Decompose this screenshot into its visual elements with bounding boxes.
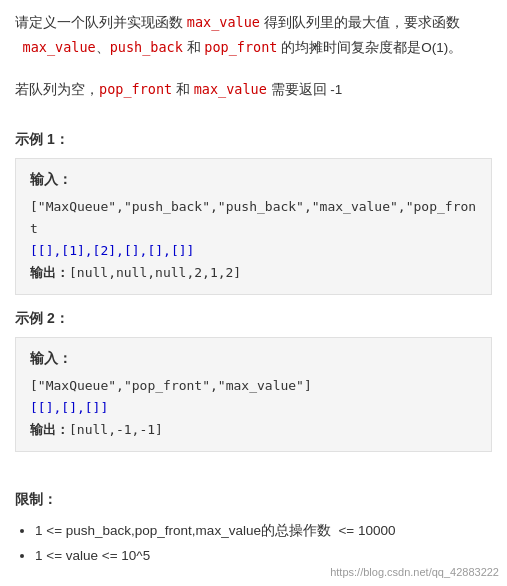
desc-text-5: 需要返回 -1	[267, 82, 343, 97]
desc-text-1: 请定义一个队列并实现函数	[15, 15, 187, 30]
example1-output-line: 输出：[null,null,null,2,1,2]	[30, 262, 477, 284]
example2-output-line: 输出：[null,-1,-1]	[30, 419, 477, 441]
example1-input-label: 输入：	[30, 169, 477, 192]
desc-text-2: 得到队列里的最大值，要求函数	[260, 15, 460, 30]
spacer-4	[15, 472, 492, 480]
desc-code-max_value3: max_value	[194, 81, 267, 97]
desc-indent	[15, 40, 23, 55]
example2-input-label: 输入：	[30, 348, 477, 371]
spacer-2	[15, 110, 492, 118]
example1-code-line1: ["MaxQueue","push_back","push_back","max…	[30, 196, 477, 240]
example2-output-label: 输出：	[30, 422, 69, 437]
spacer-3	[15, 464, 492, 472]
limit-item-1-text: 1 <= push_back,pop_front,max_value的总操作数 …	[35, 523, 395, 538]
watermark: https://blog.csdn.net/qq_42883222	[330, 563, 499, 582]
desc-code-max_value2: max_value	[23, 39, 96, 55]
desc-sep2: 和	[183, 40, 205, 55]
description-line2: 若队列为空，pop_front 和 max_value 需要返回 -1	[15, 77, 492, 102]
example2-output-value: [null,-1,-1]	[69, 422, 163, 437]
list-item-1: 1 <= push_back,pop_front,max_value的总操作数 …	[35, 518, 492, 544]
example2-title: 示例 2：	[15, 307, 492, 331]
desc-code-max_value: max_value	[187, 14, 260, 30]
desc-sep1: 、	[96, 40, 110, 55]
example1-title: 示例 1：	[15, 128, 492, 152]
desc-code-push_back: push_back	[110, 39, 183, 55]
example1-box: 输入： ["MaxQueue","push_back","push_back",…	[15, 158, 492, 295]
desc-code-pop_front: pop_front	[204, 39, 277, 55]
limit-list: 1 <= push_back,pop_front,max_value的总操作数 …	[15, 518, 492, 569]
limit-title: 限制：	[15, 488, 492, 512]
example1-output-value: [null,null,null,2,1,2]	[69, 265, 241, 280]
desc-code-pop_front2: pop_front	[99, 81, 172, 97]
example2-box: 输入： ["MaxQueue","pop_front","max_value"]…	[15, 337, 492, 452]
example2-code-line1: ["MaxQueue","pop_front","max_value"]	[30, 375, 477, 397]
example1-output-label: 输出：	[30, 265, 69, 280]
example2-code-line2: [[],[],[]]	[30, 397, 477, 419]
desc-text-3: 的均摊时间复杂度都是O(1)。	[278, 40, 463, 55]
desc-sep3: 和	[172, 82, 194, 97]
limit-section: 限制： 1 <= push_back,pop_front,max_value的总…	[15, 488, 492, 569]
spacer-1	[15, 69, 492, 77]
desc-text-4: 若队列为空，	[15, 82, 99, 97]
example1-code-line2: [[],[1],[2],[],[],[]]	[30, 240, 477, 262]
description-block: 请定义一个队列并实现函数 max_value 得到队列里的最大值，要求函数 ma…	[15, 10, 492, 61]
limit-item-2-text: 1 <= value <= 10^5	[35, 548, 150, 563]
